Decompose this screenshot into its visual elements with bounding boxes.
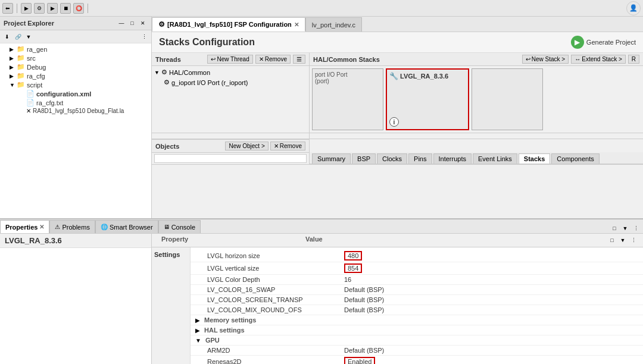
tree-item-config-xml[interactable]: 📄 configuration.xml bbox=[0, 89, 151, 98]
settings-sidebar: Settings bbox=[152, 247, 191, 364]
toolbar-btn-back[interactable]: ⬅ bbox=[2, 3, 13, 14]
prop-toolbar-btn1[interactable]: □ bbox=[607, 236, 617, 245]
toolbar-btn-settings[interactable]: ⚙ bbox=[34, 3, 45, 14]
stacks-header: Stacks Configuration ▶ Generate Project bbox=[152, 32, 643, 53]
prop-row-memory-settings[interactable]: ▶ Memory settings bbox=[191, 315, 643, 325]
nav-tabs-container: Summary BSP Clocks Pins Interrupts Event… bbox=[310, 139, 643, 164]
stacks-panel-title: HAL/Common Stacks bbox=[313, 56, 380, 63]
bottom-toolbar-btn3[interactable]: ⋮ bbox=[631, 224, 641, 233]
toolbar-btn-circle[interactable]: ⭕ bbox=[73, 3, 84, 14]
nav-tab-summary[interactable]: Summary bbox=[312, 153, 351, 164]
threads-tree: ▼ ⚙ HAL/Common ⚙ g_ioport I/O Port (r_io… bbox=[152, 66, 309, 133]
tree-item-ra-gen[interactable]: ▶ 📁 ra_gen bbox=[0, 45, 151, 54]
prop-value-arm2d[interactable]: Default (BSP) bbox=[344, 347, 638, 354]
explorer-close-btn[interactable]: ✕ bbox=[138, 18, 148, 28]
tab-fsp-config-close[interactable]: ✕ bbox=[294, 21, 299, 28]
user-avatar[interactable]: 👤 bbox=[626, 1, 641, 15]
prop-value-renesas2d-inner[interactable]: Enabled bbox=[344, 357, 375, 364]
lvgl-stack-card[interactable]: 🔧 LVGL_RA_8.3.6 i bbox=[386, 68, 469, 130]
bottom-tab-smart-browser[interactable]: 🌐 Smart Browser bbox=[95, 220, 158, 233]
explorer-minimize-btn[interactable]: — bbox=[117, 18, 126, 28]
threads-remove-btn[interactable]: ✕ Remove bbox=[255, 55, 291, 64]
bottom-toolbar-btn2[interactable]: ▼ bbox=[620, 224, 630, 233]
folder-icon-ra-gen: 📁 bbox=[17, 45, 25, 53]
bottom-tab-problems[interactable]: ⚠ Problems bbox=[49, 220, 95, 233]
explorer-header-icons: — □ ✕ bbox=[117, 18, 148, 28]
memory-expand-icon: ▶ bbox=[195, 317, 200, 324]
new-stack-btn[interactable]: ↩ New Stack > bbox=[522, 55, 569, 64]
prop-value-color-16-swap[interactable]: Default (BSP) bbox=[344, 286, 638, 293]
toolbar-btn-run[interactable]: ▶ bbox=[21, 3, 32, 14]
view-menu-btn[interactable]: ⋮ bbox=[139, 32, 149, 42]
new-thread-btn[interactable]: ↩ New Thread bbox=[207, 55, 252, 64]
file-icon-config-xml: 📄 bbox=[26, 90, 35, 98]
tree-item-ra-cfg-txt[interactable]: 📄 ra_cfg.txt bbox=[0, 98, 151, 107]
extend-stack-icon: ↔ bbox=[575, 56, 580, 62]
link-editor-btn[interactable]: 🔗 bbox=[13, 32, 23, 42]
nav-tab-components[interactable]: Components bbox=[551, 153, 599, 164]
problems-tab-icon: ⚠ bbox=[55, 224, 60, 230]
generate-project-btn[interactable]: ▶ Generate Project bbox=[571, 36, 636, 49]
bottom-toolbar-btn1[interactable]: □ bbox=[610, 224, 619, 233]
prop-value-horizon-inner[interactable]: 480 bbox=[344, 251, 362, 261]
thread-hal-common[interactable]: ▼ ⚙ HAL/Common bbox=[152, 67, 309, 77]
port-io-card[interactable]: port I/O Port (port) bbox=[312, 68, 383, 130]
tree-arrow-ra-gen: ▶ bbox=[10, 46, 17, 52]
new-object-btn[interactable]: New Object > bbox=[225, 142, 268, 150]
nav-tab-stacks[interactable]: Stacks bbox=[519, 153, 550, 164]
prop-row-arm2d: ARM2D Default (BSP) bbox=[191, 346, 643, 356]
bottom-toolbar-right: □ ▼ ⋮ bbox=[607, 224, 643, 233]
explorer-toolbar: ⬇ 🔗 ▼ ⋮ bbox=[0, 30, 151, 43]
prop-name-renesas2d: Renesas2D bbox=[195, 358, 344, 364]
prop-row-hal-settings[interactable]: ▶ HAL settings bbox=[191, 325, 643, 335]
prop-toolbar-btn2[interactable]: ▼ bbox=[618, 236, 628, 245]
prop-name-color-16-swap: LV_COLOR_16_SWAP bbox=[195, 286, 344, 293]
tree-arrow-src: ▶ bbox=[10, 55, 17, 61]
smart-browser-tab-icon: 🌐 bbox=[101, 224, 108, 230]
lvgl-info-icon[interactable]: i bbox=[389, 117, 399, 127]
tab-fsp-config-label: [RA8D1_lvgl_fsp510] FSP Configuration bbox=[167, 21, 292, 28]
nav-tab-bsp[interactable]: BSP bbox=[352, 153, 376, 164]
filter-btn[interactable]: ▼ bbox=[24, 32, 33, 42]
stacks-action-btn[interactable]: R bbox=[628, 55, 639, 64]
threads-scroll-h[interactable] bbox=[152, 133, 309, 139]
thread-ioport[interactable]: ⚙ g_ioport I/O Port (r_ioport) bbox=[152, 77, 309, 87]
objects-title: Objects bbox=[155, 143, 179, 150]
toolbar-btn-stop[interactable]: ⏹ bbox=[60, 3, 71, 14]
tree-item-debug-flat[interactable]: ✕ RA8D1_lvgl_fsp510 Debug_Flat.la bbox=[0, 107, 151, 115]
tree-item-script[interactable]: ▼ 📁 script bbox=[0, 80, 151, 89]
bottom-tab-properties[interactable]: Properties ✕ bbox=[0, 220, 49, 233]
empty-stack-slot bbox=[472, 68, 543, 130]
toolbar-btn-play2[interactable]: ▶ bbox=[47, 3, 58, 14]
hal-common-icon: ⚙ bbox=[161, 68, 167, 76]
threads-view-btn[interactable]: ☰ bbox=[293, 55, 305, 64]
tree-item-debug[interactable]: ▶ 📁 Debug bbox=[0, 62, 151, 71]
threads-stacks-area: Threads ↩ New Thread ✕ Remove ☰ bbox=[152, 53, 643, 139]
nav-tab-event-links[interactable]: Event Links bbox=[473, 153, 517, 164]
prop-value-screen-transp[interactable]: Default (BSP) bbox=[344, 296, 638, 303]
objects-search-input[interactable] bbox=[154, 154, 307, 163]
prop-value-color-depth[interactable]: 16 bbox=[344, 276, 638, 283]
bottom-tab-console[interactable]: 🖥 Console bbox=[158, 220, 201, 233]
nav-tab-interrupts[interactable]: Interrupts bbox=[433, 153, 472, 164]
objects-remove-btn[interactable]: ✕ Remove bbox=[270, 142, 305, 150]
objects-header: Objects New Object > ✕ Remove bbox=[152, 140, 309, 153]
tab-fsp-config[interactable]: ⚙ [RA8D1_lvgl_fsp510] FSP Configuration … bbox=[152, 17, 305, 32]
nav-tab-clocks[interactable]: Clocks bbox=[377, 153, 407, 164]
file-icon-debug-flat: ✕ bbox=[26, 108, 31, 114]
explorer-header: Project Explorer — □ ✕ bbox=[0, 17, 151, 30]
properties-body: Settings LVGL horizon size 480 LVGL vert… bbox=[152, 247, 643, 364]
prop-row-gpu[interactable]: ▼ GPU bbox=[191, 335, 643, 346]
stacks-scroll-h[interactable] bbox=[310, 133, 643, 139]
nav-tab-pins[interactable]: Pins bbox=[408, 153, 432, 164]
properties-tab-close[interactable]: ✕ bbox=[39, 224, 44, 230]
prop-value-mix-round-ofs[interactable]: Default (BSP) bbox=[344, 306, 638, 313]
collapse-all-btn[interactable]: ⬇ bbox=[2, 32, 12, 42]
tree-item-src[interactable]: ▶ 📁 src bbox=[0, 54, 151, 62]
explorer-maximize-btn[interactable]: □ bbox=[127, 18, 137, 28]
tab-port-indev[interactable]: lv_port_indev.c bbox=[305, 17, 362, 32]
tree-item-ra-cfg[interactable]: ▶ 📁 ra_cfg bbox=[0, 71, 151, 80]
extend-stack-btn[interactable]: ↔ Extend Stack > bbox=[571, 55, 626, 64]
prop-value-vertical-inner[interactable]: 854 bbox=[344, 263, 362, 273]
prop-toolbar-btn3[interactable]: ⋮ bbox=[629, 236, 638, 245]
